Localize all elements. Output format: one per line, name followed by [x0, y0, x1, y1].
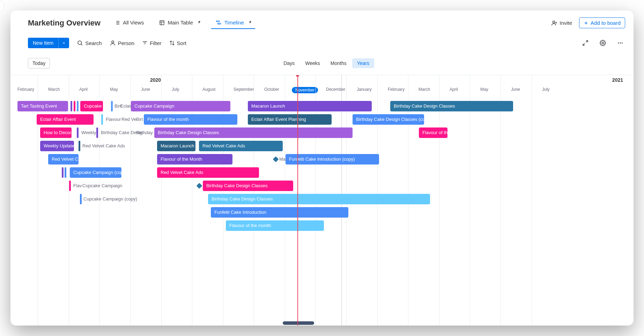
new-item-button[interactable]: New Item — [28, 38, 58, 48]
month-june[interactable]: June — [141, 87, 150, 92]
more-button[interactable] — [615, 38, 625, 48]
month-may[interactable]: May — [480, 87, 488, 92]
gantt-bar-collapsed[interactable] — [74, 101, 75, 111]
gantt-bar[interactable]: Macaron Launch — [248, 101, 372, 111]
gantt-bar[interactable]: Flavour of the month — [144, 114, 237, 125]
gantt-bar[interactable]: Cupcake Campaign — [131, 101, 230, 111]
board-title[interactable]: Marketing Overview — [28, 19, 101, 28]
gantt-bar[interactable]: Funfetti Cake Introduction (copy) — [286, 154, 379, 165]
gantt-label-overflow: Flav — [73, 181, 82, 191]
gantt-bar[interactable]: Cupcake — [80, 101, 103, 111]
month-october[interactable]: October — [264, 87, 279, 92]
view-main-table[interactable]: Main Table — [155, 17, 204, 29]
fullscreen-icon — [582, 40, 589, 46]
gantt-label-overflow: Red Velvet Cake Ads — [82, 141, 125, 151]
gantt-bar[interactable]: Birthday Cake Design Classes — [208, 194, 430, 204]
gantt-bar[interactable]: Birthday Cake Design Classes — [203, 181, 293, 191]
search-icon — [77, 40, 83, 46]
month-august[interactable]: August — [202, 87, 215, 92]
month-june[interactable]: June — [511, 87, 520, 92]
gantt-bar-collapsed[interactable] — [69, 181, 71, 191]
month-february[interactable]: February — [17, 87, 34, 92]
month-february[interactable]: February — [388, 87, 405, 92]
gantt-bar[interactable]: Birthday Cake Design Classes — [154, 127, 353, 138]
sort-tool[interactable]: Sort — [169, 40, 187, 46]
gantt-bar-collapsed[interactable] — [77, 127, 79, 138]
add-to-board-label: Add to board — [591, 20, 621, 26]
month-may[interactable]: May — [110, 87, 118, 92]
gantt-bar-collapsed[interactable] — [65, 167, 66, 178]
month-september[interactable]: September — [234, 87, 254, 92]
month-april[interactable]: April — [450, 87, 458, 92]
svg-point-24 — [602, 42, 604, 44]
gantt-label-overflow: Eclair — [120, 101, 132, 111]
gantt-bar[interactable]: Flavour of the month — [226, 220, 324, 231]
gantt-bar-collapsed[interactable] — [79, 141, 80, 151]
month-july[interactable]: July — [542, 87, 549, 92]
scale-tab-weeks[interactable]: Weeks — [300, 58, 325, 68]
gantt-bar-collapsed[interactable] — [62, 167, 64, 178]
month-july[interactable]: July — [172, 87, 179, 92]
view-all-label: All Views — [123, 20, 144, 25]
gantt-label-overflow: Flavour — [106, 114, 121, 125]
timeline[interactable]: 2020 2021 FebruaryMarchAprilMayJuneJulyA… — [10, 75, 634, 326]
today-button[interactable]: Today — [28, 58, 50, 68]
gantt-bar[interactable]: Birthday Cake Design Classes — [390, 101, 513, 111]
scale-tab-months[interactable]: Months — [326, 58, 351, 68]
gantt-bar-collapsed[interactable] — [96, 127, 98, 138]
month-march[interactable]: March — [48, 87, 60, 92]
add-to-board-button[interactable]: Add to board — [579, 17, 625, 28]
gantt-bar[interactable]: Macaron Launch Pa — [157, 141, 195, 151]
gantt-bar-collapsed[interactable] — [111, 101, 113, 111]
gantt-label-overflow: Weekly — [81, 127, 96, 138]
month-november[interactable]: November — [292, 87, 318, 93]
timeline-icon — [215, 20, 222, 25]
search-label: Search — [85, 40, 102, 46]
gantt-bar-collapsed[interactable] — [101, 114, 103, 125]
search-tool[interactable]: Search — [77, 40, 102, 46]
gantt-bar[interactable]: Red Velvet Cake Ads — [199, 141, 283, 151]
view-timeline[interactable]: Timeline — [211, 17, 255, 29]
gantt-label-overflow: Birt — [136, 114, 143, 125]
gantt-bar[interactable]: Weekly Update — [40, 141, 74, 151]
filter-tool[interactable]: Filter — [142, 40, 161, 46]
gantt-bar[interactable]: Flavour of the — [419, 127, 447, 138]
gantt-label-overflow: Ma — [279, 154, 286, 165]
gantt-bar-collapsed[interactable] — [80, 194, 82, 204]
view-all[interactable]: All Views — [110, 17, 148, 29]
scale-tabs: DaysWeeksMonthsYears — [279, 58, 374, 68]
month-december[interactable]: December — [326, 87, 345, 92]
gantt-bar[interactable]: Red Velvet Ca — [48, 154, 79, 165]
month-april[interactable]: April — [79, 87, 88, 92]
invite-label: Invite — [560, 20, 572, 26]
svg-point-16 — [78, 41, 82, 45]
svg-line-17 — [81, 44, 82, 45]
gantt-bar[interactable]: Funfetti Cake Introduction — [211, 207, 348, 218]
month-march[interactable]: March — [419, 87, 430, 92]
gantt-bar[interactable]: Eclair Affair Event Planning — [248, 114, 332, 125]
settings-button[interactable] — [598, 38, 608, 48]
person-tool[interactable]: Person — [110, 40, 135, 46]
gantt-bar[interactable]: Birthday Cake Design Classes (copy) — [353, 114, 424, 125]
svg-rect-10 — [217, 23, 221, 24]
gantt-bar[interactable]: Tart Tasting Event — [17, 101, 68, 111]
svg-line-23 — [583, 44, 585, 45]
gantt-bar[interactable]: Flavour of the Month — [157, 154, 232, 165]
invite-button[interactable]: Invite — [551, 20, 572, 26]
svg-point-11 — [553, 21, 555, 23]
gantt-bar[interactable]: Eclair Affair Event — [37, 114, 94, 125]
horizontal-scrollbar[interactable] — [283, 321, 314, 325]
gantt-bar[interactable]: Cupcake Campaign (copy) — [70, 167, 121, 178]
month-january[interactable]: January — [357, 87, 372, 92]
gantt-bar-collapsed[interactable] — [71, 101, 72, 111]
scale-tab-years[interactable]: Years — [352, 58, 374, 68]
new-item-group: New Item — [28, 38, 69, 48]
gantt-bar[interactable]: How to Decora — [40, 127, 72, 138]
gantt-bar-collapsed[interactable] — [77, 101, 79, 111]
gantt-bar[interactable]: Red Velvet Cake Ads — [157, 167, 259, 178]
scale-tab-days[interactable]: Days — [279, 58, 299, 68]
fullscreen-button[interactable] — [580, 38, 590, 48]
filter-label: Filter — [150, 40, 161, 46]
svg-rect-6 — [160, 21, 164, 25]
new-item-dropdown[interactable] — [58, 38, 69, 48]
